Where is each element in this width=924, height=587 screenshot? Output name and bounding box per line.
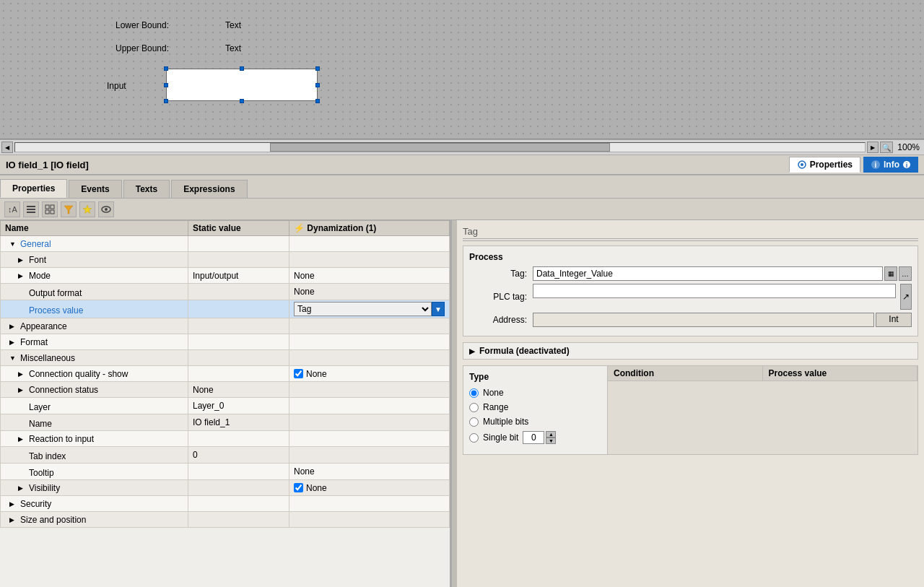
table-row[interactable]: ▶Size and position (1, 512, 450, 528)
table-row[interactable]: ▶Reaction to input (1, 431, 450, 447)
prop-name: Name (29, 419, 52, 429)
spinner-up-btn[interactable]: ▲ (546, 431, 556, 438)
preview-btn[interactable] (98, 201, 114, 217)
properties-icon (797, 160, 807, 170)
table-row[interactable]: NameIO field_1 (1, 414, 450, 431)
prop-name: Miscellaneous (20, 353, 75, 363)
col-static-header[interactable]: Static value (188, 221, 289, 236)
title-bar: IO field_1 [IO field] Properties i Info … (0, 155, 924, 175)
scroll-left-btn[interactable]: ◀ (1, 142, 13, 153)
checkbox-input[interactable] (294, 369, 303, 378)
table-row[interactable]: Output formatNone (1, 284, 450, 300)
expand-arrow[interactable]: ▶ (9, 516, 18, 523)
tag-input[interactable] (533, 266, 883, 281)
tab-expressions[interactable]: Expressions (171, 180, 247, 198)
svg-point-1 (801, 163, 803, 166)
prop-dynamization (289, 252, 450, 268)
table-row[interactable]: TooltipNone (1, 464, 450, 480)
expand-arrow[interactable]: ▶ (18, 484, 27, 492)
table-row[interactable]: ▼General (1, 236, 450, 252)
canvas-area: Lower Bound: Text Upper Bound: Text Inpu… (0, 0, 924, 139)
expand-arrow[interactable]: ▶ (18, 370, 27, 378)
spinner-field[interactable] (523, 431, 544, 444)
address-input[interactable] (533, 313, 874, 327)
expand-arrow[interactable]: ▼ (9, 240, 18, 248)
svg-marker-14 (64, 206, 73, 214)
table-row[interactable]: ▼Miscellaneous (1, 350, 450, 366)
svg-rect-8 (27, 209, 35, 210)
canvas-input-field[interactable] (166, 69, 318, 101)
prop-static-value (188, 431, 289, 447)
table-row[interactable]: ▶Format (1, 334, 450, 350)
toolbar: ↕A (0, 199, 924, 220)
plc-tag-input[interactable] (533, 284, 896, 298)
tab-texts[interactable]: Texts (123, 180, 170, 198)
process-box: Process Tag: ▦ … PLC tag: ↗ Addr (463, 245, 918, 336)
expand-arrow[interactable]: ▶ (18, 256, 27, 264)
panel-tabs: Properties Events Texts Expressions (0, 175, 924, 199)
svg-point-17 (105, 208, 108, 211)
radio-multiple-bits-label: Multiple bits (483, 417, 528, 427)
svg-marker-15 (83, 205, 92, 214)
prop-static-value: Layer_0 (188, 398, 289, 414)
tab-properties[interactable]: Properties (0, 179, 67, 198)
prop-dynamization: None (289, 366, 450, 382)
dropdown-arrow-btn[interactable]: ▼ (432, 302, 445, 316)
radio-multiple-bits-input[interactable] (469, 417, 479, 427)
table-row[interactable]: ▶Connection statusNone (1, 382, 450, 398)
plc-arrow-btn[interactable]: ↗ (900, 284, 912, 310)
formula-header[interactable]: ▶ Formula (deactivated) (463, 343, 918, 359)
expand-arrow[interactable]: ▶ (18, 272, 27, 279)
scrollbar-area: ◀ ▶ 🔍 100% (0, 139, 924, 155)
expand-arrow[interactable]: ▶ (18, 386, 27, 393)
view-grid-btn[interactable] (42, 201, 58, 217)
tab-events[interactable]: Events (69, 180, 121, 198)
prop-dynamization: None (289, 268, 450, 284)
radio-single-bit-input[interactable] (469, 433, 479, 443)
table-row[interactable]: ▶ModeInput/outputNone (1, 268, 450, 284)
zoom-out-btn[interactable]: 🔍 (880, 142, 893, 153)
properties-tab-btn[interactable]: Properties (789, 157, 860, 173)
scroll-right-btn[interactable]: ▶ (867, 142, 879, 153)
table-row[interactable]: Process value TagNone ▼ (1, 300, 450, 318)
prop-static-value: 0 (188, 447, 289, 464)
expand-arrow[interactable]: ▼ (9, 355, 18, 362)
table-row[interactable]: ▶Appearance (1, 318, 450, 334)
svg-rect-11 (51, 205, 54, 209)
table-row[interactable]: ▶Font (1, 252, 450, 268)
prop-static-value: None (188, 382, 289, 398)
sort-btn[interactable]: ↕A (4, 201, 20, 217)
table-row[interactable]: ▶Visibility None (1, 480, 450, 496)
expand-arrow[interactable]: ▶ (9, 339, 18, 346)
tag-dots-btn[interactable]: … (899, 266, 912, 281)
radio-range-input[interactable] (469, 403, 479, 412)
table-row[interactable]: ▶Connection quality - show None (1, 366, 450, 382)
table-row[interactable]: LayerLayer_0 (1, 398, 450, 414)
prop-name: Connection quality - show (29, 369, 128, 379)
radio-single-bit: Single bit ▲ ▼ (469, 431, 601, 444)
view-list-btn[interactable] (23, 201, 39, 217)
col-dyn-header[interactable]: ⚡ Dynamization (1) (289, 221, 450, 236)
table-row[interactable]: ▶Security (1, 496, 450, 512)
col-name-header[interactable]: Name (1, 221, 188, 236)
left-panel: Name Static value ⚡ Dynamization (1) ▼Ge… (0, 220, 451, 587)
scroll-track[interactable] (14, 142, 866, 152)
condition-col-header: Condition (608, 366, 763, 381)
checkbox-input[interactable] (294, 483, 303, 492)
svg-rect-9 (27, 212, 35, 213)
dynamization-select[interactable]: TagNone (294, 302, 432, 316)
table-row[interactable]: Tab index0 (1, 447, 450, 464)
panel-divider[interactable] (451, 220, 457, 587)
favorites-btn[interactable] (79, 201, 95, 217)
expand-arrow[interactable]: ▶ (9, 500, 18, 508)
tag-browse-btn[interactable]: ▦ (884, 266, 897, 281)
condition-rows (608, 381, 918, 454)
prop-name: Security (20, 499, 51, 509)
expand-arrow[interactable]: ▶ (9, 323, 18, 330)
star-icon (82, 204, 93, 215)
spinner-down-btn[interactable]: ▼ (546, 438, 556, 444)
info-tab-btn[interactable]: i Info i (863, 157, 918, 173)
expand-arrow[interactable]: ▶ (18, 435, 27, 443)
filter-btn[interactable] (61, 201, 77, 217)
radio-none-input[interactable] (469, 388, 479, 398)
